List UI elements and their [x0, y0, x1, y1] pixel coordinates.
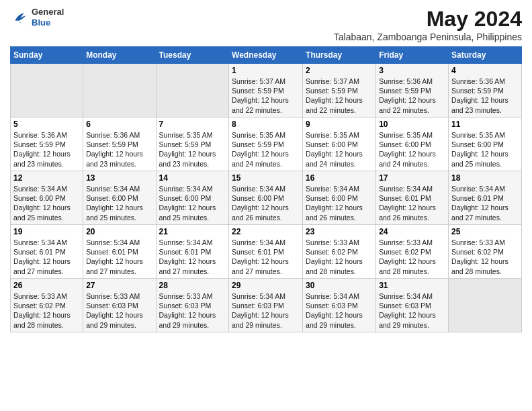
cell-content: Sunrise: 5:34 AM Sunset: 6:03 PM Dayligh… — [232, 291, 300, 330]
calendar-cell: 7Sunrise: 5:35 AM Sunset: 5:59 PM Daylig… — [156, 118, 229, 171]
day-number: 19 — [13, 227, 80, 236]
day-number: 17 — [379, 173, 445, 183]
cell-content: Sunrise: 5:33 AM Sunset: 6:02 PM Dayligh… — [451, 238, 519, 276]
cell-content: Sunrise: 5:34 AM Sunset: 6:01 PM Dayligh… — [379, 184, 445, 222]
calendar-cell — [83, 64, 156, 118]
cell-content: Sunrise: 5:34 AM Sunset: 6:00 PM Dayligh… — [232, 184, 300, 222]
calendar-cell: 20Sunrise: 5:34 AM Sunset: 6:01 PM Dayli… — [83, 225, 156, 279]
day-number: 22 — [232, 227, 300, 236]
day-number: 16 — [306, 173, 373, 183]
calendar-cell: 9Sunrise: 5:35 AM Sunset: 6:00 PM Daylig… — [303, 118, 376, 171]
calendar-cell: 21Sunrise: 5:34 AM Sunset: 6:01 PM Dayli… — [156, 225, 229, 279]
calendar-cell: 30Sunrise: 5:34 AM Sunset: 6:03 PM Dayli… — [303, 279, 376, 332]
calendar-cell: 10Sunrise: 5:35 AM Sunset: 6:00 PM Dayli… — [376, 118, 449, 171]
calendar-header-row: SundayMondayTuesdayWednesdayThursdayFrid… — [11, 47, 522, 64]
cell-content: Sunrise: 5:34 AM Sunset: 6:03 PM Dayligh… — [306, 291, 373, 330]
cell-content: Sunrise: 5:33 AM Sunset: 6:03 PM Dayligh… — [86, 291, 152, 330]
day-number: 20 — [86, 227, 152, 236]
day-number: 5 — [13, 120, 80, 129]
day-number: 10 — [379, 120, 445, 129]
cell-content: Sunrise: 5:34 AM Sunset: 6:00 PM Dayligh… — [13, 184, 80, 222]
calendar-cell: 15Sunrise: 5:34 AM Sunset: 6:00 PM Dayli… — [229, 171, 303, 225]
day-number: 14 — [159, 173, 226, 183]
day-number: 23 — [306, 227, 373, 236]
day-number: 21 — [159, 227, 226, 236]
day-number: 1 — [232, 66, 300, 75]
cell-content: Sunrise: 5:37 AM Sunset: 5:59 PM Dayligh… — [232, 77, 300, 115]
calendar-cell: 1Sunrise: 5:37 AM Sunset: 5:59 PM Daylig… — [229, 64, 303, 118]
calendar-cell: 14Sunrise: 5:34 AM Sunset: 6:00 PM Dayli… — [156, 171, 229, 225]
cell-content: Sunrise: 5:33 AM Sunset: 6:03 PM Dayligh… — [159, 291, 226, 330]
cell-content: Sunrise: 5:34 AM Sunset: 6:01 PM Dayligh… — [232, 238, 300, 276]
cell-content: Sunrise: 5:36 AM Sunset: 5:59 PM Dayligh… — [379, 77, 445, 115]
calendar-cell: 17Sunrise: 5:34 AM Sunset: 6:01 PM Dayli… — [376, 171, 449, 225]
day-number: 29 — [232, 281, 300, 290]
calendar-cell: 12Sunrise: 5:34 AM Sunset: 6:00 PM Dayli… — [11, 171, 83, 225]
day-number: 3 — [379, 66, 445, 75]
cell-content: Sunrise: 5:36 AM Sunset: 5:59 PM Dayligh… — [451, 77, 519, 115]
cell-content: Sunrise: 5:35 AM Sunset: 6:00 PM Dayligh… — [451, 130, 519, 169]
day-number: 7 — [159, 120, 226, 129]
day-number: 8 — [232, 120, 300, 129]
cell-content: Sunrise: 5:34 AM Sunset: 6:01 PM Dayligh… — [13, 238, 80, 276]
day-number: 27 — [86, 281, 152, 290]
day-number: 4 — [451, 66, 519, 75]
calendar-cell: 29Sunrise: 5:34 AM Sunset: 6:03 PM Dayli… — [229, 279, 303, 332]
calendar-cell: 8Sunrise: 5:35 AM Sunset: 5:59 PM Daylig… — [229, 118, 303, 171]
day-number: 24 — [379, 227, 445, 236]
cell-content: Sunrise: 5:33 AM Sunset: 6:02 PM Dayligh… — [13, 291, 80, 330]
logo-icon — [10, 8, 29, 27]
cell-content: Sunrise: 5:34 AM Sunset: 6:00 PM Dayligh… — [306, 184, 373, 222]
cell-content: Sunrise: 5:37 AM Sunset: 5:59 PM Dayligh… — [306, 77, 373, 115]
day-header-saturday: Saturday — [449, 47, 522, 64]
day-number: 31 — [379, 281, 445, 290]
calendar-cell: 31Sunrise: 5:34 AM Sunset: 6:03 PM Dayli… — [376, 279, 449, 332]
day-number: 30 — [306, 281, 373, 290]
calendar-cell: 3Sunrise: 5:36 AM Sunset: 5:59 PM Daylig… — [376, 64, 449, 118]
calendar-cell: 27Sunrise: 5:33 AM Sunset: 6:03 PM Dayli… — [83, 279, 156, 332]
calendar-cell: 22Sunrise: 5:34 AM Sunset: 6:01 PM Dayli… — [229, 225, 303, 279]
calendar-cell — [11, 64, 83, 118]
calendar-week-row: 5Sunrise: 5:36 AM Sunset: 5:59 PM Daylig… — [11, 118, 522, 171]
cell-content: Sunrise: 5:36 AM Sunset: 5:59 PM Dayligh… — [13, 130, 80, 169]
calendar-cell: 19Sunrise: 5:34 AM Sunset: 6:01 PM Dayli… — [11, 225, 83, 279]
day-number: 9 — [306, 120, 373, 129]
calendar-cell: 26Sunrise: 5:33 AM Sunset: 6:02 PM Dayli… — [11, 279, 83, 332]
day-header-wednesday: Wednesday — [229, 47, 303, 64]
calendar-cell: 2Sunrise: 5:37 AM Sunset: 5:59 PM Daylig… — [303, 64, 376, 118]
calendar-cell: 28Sunrise: 5:33 AM Sunset: 6:03 PM Dayli… — [156, 279, 229, 332]
calendar-cell: 6Sunrise: 5:36 AM Sunset: 5:59 PM Daylig… — [83, 118, 156, 171]
calendar-cell: 4Sunrise: 5:36 AM Sunset: 5:59 PM Daylig… — [449, 64, 522, 118]
logo: General Blue — [10, 7, 64, 28]
cell-content: Sunrise: 5:35 AM Sunset: 5:59 PM Dayligh… — [159, 130, 226, 169]
calendar-cell — [449, 279, 522, 332]
day-header-thursday: Thursday — [303, 47, 376, 64]
day-number: 2 — [306, 66, 373, 75]
cell-content: Sunrise: 5:34 AM Sunset: 6:00 PM Dayligh… — [86, 184, 152, 222]
location-text: Talabaan, Zamboanga Peninsula, Philippin… — [334, 32, 522, 42]
calendar-week-row: 19Sunrise: 5:34 AM Sunset: 6:01 PM Dayli… — [11, 225, 522, 279]
cell-content: Sunrise: 5:33 AM Sunset: 6:02 PM Dayligh… — [306, 238, 373, 276]
day-header-tuesday: Tuesday — [156, 47, 229, 64]
cell-content: Sunrise: 5:35 AM Sunset: 6:00 PM Dayligh… — [306, 130, 373, 169]
cell-content: Sunrise: 5:36 AM Sunset: 5:59 PM Dayligh… — [86, 130, 152, 169]
cell-content: Sunrise: 5:34 AM Sunset: 6:01 PM Dayligh… — [86, 238, 152, 276]
day-header-sunday: Sunday — [11, 47, 83, 64]
calendar-body: 1Sunrise: 5:37 AM Sunset: 5:59 PM Daylig… — [11, 64, 522, 332]
day-number: 13 — [86, 173, 152, 183]
calendar-week-row: 1Sunrise: 5:37 AM Sunset: 5:59 PM Daylig… — [11, 64, 522, 118]
day-number: 6 — [86, 120, 152, 129]
calendar-cell: 23Sunrise: 5:33 AM Sunset: 6:02 PM Dayli… — [303, 225, 376, 279]
cell-content: Sunrise: 5:34 AM Sunset: 6:00 PM Dayligh… — [159, 184, 226, 222]
day-number: 12 — [13, 173, 80, 183]
day-number: 28 — [159, 281, 226, 290]
calendar-cell: 18Sunrise: 5:34 AM Sunset: 6:01 PM Dayli… — [449, 171, 522, 225]
cell-content: Sunrise: 5:34 AM Sunset: 6:03 PM Dayligh… — [379, 291, 445, 330]
calendar-cell: 11Sunrise: 5:35 AM Sunset: 6:00 PM Dayli… — [449, 118, 522, 171]
calendar-cell: 16Sunrise: 5:34 AM Sunset: 6:00 PM Dayli… — [303, 171, 376, 225]
day-number: 26 — [13, 281, 80, 290]
calendar-cell: 5Sunrise: 5:36 AM Sunset: 5:59 PM Daylig… — [11, 118, 83, 171]
calendar-week-row: 12Sunrise: 5:34 AM Sunset: 6:00 PM Dayli… — [11, 171, 522, 225]
day-number: 11 — [451, 120, 519, 129]
cell-content: Sunrise: 5:35 AM Sunset: 6:00 PM Dayligh… — [379, 130, 445, 169]
